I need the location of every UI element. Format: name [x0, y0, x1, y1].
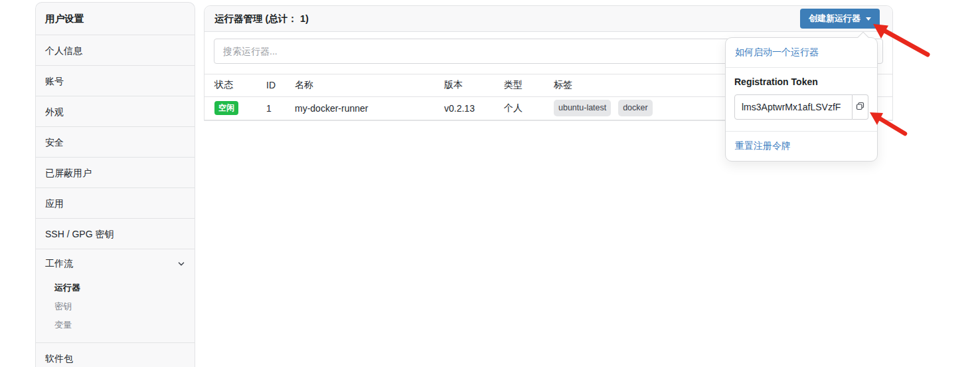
sidebar-item-packages[interactable]: 软件包 [36, 343, 195, 367]
how-to-start-runner-link[interactable]: 如何启动一个运行器 [726, 38, 877, 67]
sidebar-item-runners[interactable]: 运行器 [36, 279, 195, 297]
column-header-version: 版本 [434, 74, 494, 96]
runner-version-cell: v0.2.13 [434, 96, 494, 120]
sidebar-item-security[interactable]: 安全 [36, 127, 195, 158]
sidebar-item-account[interactable]: 账号 [36, 66, 195, 96]
copy-token-button[interactable] [853, 94, 868, 120]
runner-type-cell: 个人 [494, 96, 544, 120]
registration-token-label: Registration Token [734, 76, 868, 87]
create-runner-button-label: 创建新运行器 [809, 13, 860, 25]
sidebar-item-appearance[interactable]: 外观 [36, 96, 195, 127]
registration-token-section: Registration Token [726, 68, 877, 131]
column-header-status: 状态 [204, 74, 256, 96]
create-runner-button[interactable]: 创建新运行器 [800, 9, 880, 29]
caret-down-icon [866, 17, 871, 21]
runner-label-tag: docker [618, 100, 653, 116]
sidebar-item-profile[interactable]: 个人信息 [36, 35, 195, 66]
status-badge: 空闲 [214, 101, 238, 115]
copy-icon [855, 101, 865, 113]
sidebar-section-workflow: 工作流 运行器 密钥 变量 [36, 249, 195, 343]
chevron-down-icon [177, 260, 185, 268]
workflow-label: 工作流 [45, 258, 73, 270]
sidebar-title: 用户设置 [36, 3, 195, 35]
sidebar-item-secrets[interactable]: 密钥 [36, 297, 195, 316]
runner-name-cell: my-docker-runner [285, 96, 434, 120]
sidebar-item-ssh-gpg-keys[interactable]: SSH / GPG 密钥 [36, 219, 195, 249]
sidebar-item-workflow[interactable]: 工作流 [36, 249, 195, 279]
runner-id-cell: 1 [256, 96, 285, 120]
column-header-type: 类型 [494, 74, 544, 96]
token-input-group [734, 94, 868, 120]
sidebar-item-applications[interactable]: 应用 [36, 188, 195, 219]
registration-token-input[interactable] [734, 94, 853, 120]
sidebar-item-blocked-users[interactable]: 已屏蔽用户 [36, 158, 195, 188]
reset-registration-token-link[interactable]: 重置注册令牌 [726, 132, 877, 161]
column-header-id: ID [256, 74, 285, 96]
sidebar-item-variables[interactable]: 变量 [36, 316, 195, 334]
page-title: 运行器管理 (总计： 1) [214, 13, 309, 25]
column-header-name: 名称 [285, 74, 434, 96]
runner-label-tag: ubuntu-latest [554, 100, 611, 116]
panel-header: 运行器管理 (总计： 1) 创建新运行器 [204, 6, 892, 32]
create-runner-dropdown: 如何启动一个运行器 Registration Token 重置注册令牌 [725, 37, 878, 162]
settings-sidebar: 用户设置 个人信息 账号 外观 安全 已屏蔽用户 应用 SSH / GPG 密钥… [35, 2, 195, 367]
runner-status-cell: 空闲 [204, 96, 256, 120]
